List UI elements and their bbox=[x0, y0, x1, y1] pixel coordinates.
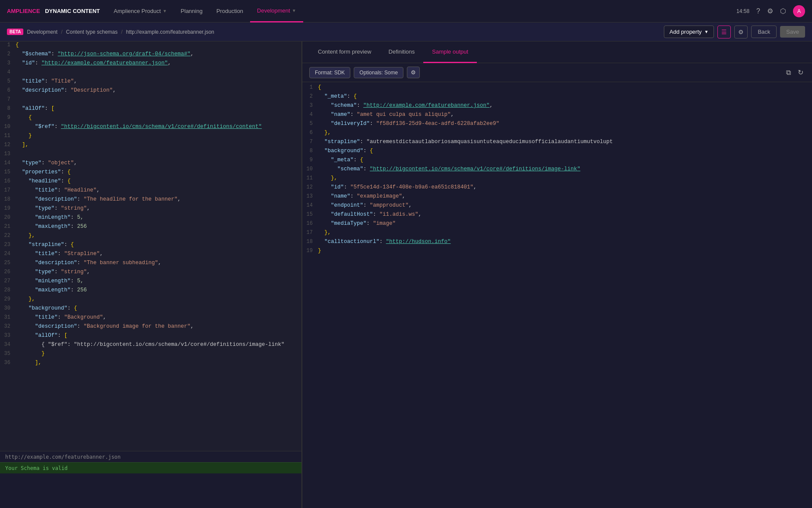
code-line: 33 "allOf": [ bbox=[0, 332, 301, 341]
json-output-line: 11 }, bbox=[302, 175, 812, 184]
json-output-line: 13 "name": "exampleimage", bbox=[302, 193, 812, 202]
json-output-line: 6 }, bbox=[302, 129, 812, 138]
json-output-line: 9 "_meta": { bbox=[302, 157, 812, 166]
code-line: 16 "headline": { bbox=[0, 178, 301, 187]
json-output-line: 17 }, bbox=[302, 229, 812, 238]
brand-logo: AMPLIENCE DYNAMIC CONTENT bbox=[0, 8, 107, 14]
code-line: 9 { bbox=[0, 114, 301, 123]
json-output-line: 18 "calltoactionurl": "http://hudson.inf… bbox=[302, 238, 812, 247]
code-line: 35 } bbox=[0, 350, 301, 359]
tab-sample-output[interactable]: Sample output bbox=[423, 42, 477, 63]
code-editor[interactable]: 1{2 "$schema": "http://json-schema.org/d… bbox=[0, 42, 301, 451]
url-status-bar: http://example.com/featurebanner.json bbox=[0, 451, 301, 462]
code-line: 12 ], bbox=[0, 141, 301, 150]
code-line: 23 "strapline": { bbox=[0, 241, 301, 250]
list-view-button[interactable]: ☰ bbox=[717, 26, 731, 38]
format-sdk-button[interactable]: Format: SDK bbox=[309, 67, 350, 78]
json-output-line: 8 "background": { bbox=[302, 147, 812, 157]
code-editor-panel: 1{2 "$schema": "http://json-schema.org/d… bbox=[0, 42, 302, 508]
code-line: 1{ bbox=[0, 42, 301, 51]
json-output[interactable]: 1{2 "_meta": {3 "schema": "http://exampl… bbox=[302, 82, 812, 508]
main-layout: 1{2 "$schema": "http://json-schema.org/d… bbox=[0, 42, 812, 508]
json-output-line: 14 "endpoint": "ampproduct", bbox=[302, 202, 812, 211]
nav-production[interactable]: Production bbox=[209, 0, 250, 22]
chevron-down-icon-dev: ▼ bbox=[292, 8, 296, 13]
schema-valid-bar: Your Schema is valid bbox=[0, 462, 301, 473]
nav-planning[interactable]: Planning bbox=[174, 0, 209, 22]
code-line: 27 "minLength": 5, bbox=[0, 278, 301, 287]
json-output-line: 5 "deliveryId": "f58df136-25d9-4eac-adfd… bbox=[302, 120, 812, 129]
nav-items: Amplience Product ▼ Planning Production … bbox=[107, 0, 730, 22]
external-link-icon[interactable]: ⬡ bbox=[780, 7, 786, 15]
breadcrumb-sep-2: / bbox=[121, 29, 123, 35]
nav-right-controls: 14:58 ? ⚙ ⬡ A bbox=[730, 5, 812, 17]
breadcrumb-schemas[interactable]: Content type schemas bbox=[66, 29, 117, 35]
tab-definitions[interactable]: Definitions bbox=[380, 42, 424, 63]
code-line: 28 "maxLength": 256 bbox=[0, 287, 301, 296]
json-output-line: 2 "_meta": { bbox=[302, 93, 812, 102]
code-line: 20 "minLength": 5, bbox=[0, 214, 301, 223]
code-line: 24 "title": "Strapline", bbox=[0, 250, 301, 259]
nav-amplience-product[interactable]: Amplience Product ▼ bbox=[107, 0, 174, 22]
code-line: 8 "allOf": [ bbox=[0, 105, 301, 114]
code-line: 29 }, bbox=[0, 296, 301, 305]
code-line: 10 "$ref": "http://bigcontent.io/cms/sch… bbox=[0, 123, 301, 132]
clock-display: 14:58 bbox=[736, 8, 749, 14]
code-line: 4 bbox=[0, 69, 301, 78]
tab-content-form-preview[interactable]: Content form preview bbox=[309, 42, 380, 63]
json-output-line: 12 "id": "5f5ce14d-134f-408e-b9a6-ea651c… bbox=[302, 184, 812, 193]
breadcrumb-sep-1: / bbox=[61, 29, 63, 35]
refresh-button[interactable]: ↻ bbox=[796, 67, 805, 78]
code-line: 5 "title": "Title", bbox=[0, 78, 301, 87]
code-line: 13 bbox=[0, 150, 301, 160]
code-line: 17 "title": "Headline", bbox=[0, 187, 301, 196]
nav-development[interactable]: Development ▼ bbox=[250, 0, 303, 22]
json-output-line: 3 "schema": "http://example.com/featureb… bbox=[302, 102, 812, 111]
code-line: 7 bbox=[0, 96, 301, 105]
code-line: 25 "description": "The banner subheading… bbox=[0, 259, 301, 268]
code-line: 34 { "$ref": "http://bigcontent.io/cms/s… bbox=[0, 341, 301, 350]
code-line: 18 "description": "The headline for the … bbox=[0, 196, 301, 205]
brand-dynamic-content: DYNAMIC CONTENT bbox=[45, 8, 100, 14]
json-output-line: 10 "schema": "http://bigcontent.io/cms/s… bbox=[302, 166, 812, 175]
filter-options-button[interactable]: ⚙ bbox=[407, 67, 420, 78]
back-button[interactable]: Back bbox=[751, 26, 777, 38]
code-line: 31 "title": "Background", bbox=[0, 314, 301, 323]
copy-button[interactable]: ⧉ bbox=[784, 67, 793, 78]
json-output-line: 16 "mediaType": "image" bbox=[302, 220, 812, 229]
code-line: 3 "id": "http://example.com/featurebanne… bbox=[0, 60, 301, 69]
code-line: 19 "type": "string", bbox=[0, 205, 301, 214]
code-line: 32 "description": "Background image for … bbox=[0, 323, 301, 332]
optionals-button[interactable]: Optionals: Some bbox=[354, 67, 403, 78]
json-output-line: 1{ bbox=[302, 84, 812, 93]
chevron-down-icon: ▼ bbox=[162, 9, 167, 13]
save-button[interactable]: Save bbox=[780, 26, 805, 38]
code-line: 6 "description": "Description", bbox=[0, 87, 301, 96]
code-line: 21 "maxLength": 256 bbox=[0, 223, 301, 232]
code-line: 22 }, bbox=[0, 232, 301, 241]
breadcrumb-development[interactable]: Development bbox=[27, 29, 57, 35]
breadcrumb-bar: BETA Development / Content type schemas … bbox=[0, 22, 812, 42]
code-line: 30 "background": { bbox=[0, 305, 301, 314]
settings-icon[interactable]: ⚙ bbox=[767, 7, 773, 15]
code-line: 15 "properties": { bbox=[0, 169, 301, 178]
panel-tabs: Content form preview Definitions Sample … bbox=[302, 42, 812, 63]
code-line: 36 ], bbox=[0, 359, 301, 368]
json-output-line: 15 "defaultHost": "i1.adis.ws", bbox=[302, 211, 812, 220]
user-avatar: A bbox=[793, 5, 805, 17]
json-output-line: 4 "name": "amet qui culpa quis aliquip", bbox=[302, 111, 812, 120]
code-line: 2 "$schema": "http://json-schema.org/dra… bbox=[0, 51, 301, 60]
breadcrumb-url: http://example.com/featurebanner.json bbox=[126, 29, 214, 35]
help-icon[interactable]: ? bbox=[756, 7, 760, 15]
add-property-button[interactable]: Add property ▼ bbox=[664, 26, 714, 38]
code-line: 11 } bbox=[0, 132, 301, 141]
top-navigation: AMPLIENCE DYNAMIC CONTENT Amplience Prod… bbox=[0, 0, 812, 22]
dropdown-arrow-icon: ▼ bbox=[704, 29, 709, 34]
filter-view-button[interactable]: ⚙ bbox=[734, 26, 748, 38]
panel-toolbar: Format: SDK Optionals: Some ⚙ ⧉ ↻ bbox=[302, 63, 812, 82]
json-output-line: 19} bbox=[302, 247, 812, 256]
code-line: 14 "type": "object", bbox=[0, 160, 301, 169]
json-output-line: 7 "strapline": "autremestdictaautlaborio… bbox=[302, 138, 812, 147]
right-panel: Content form preview Definitions Sample … bbox=[302, 42, 812, 508]
code-line: 26 "type": "string", bbox=[0, 268, 301, 278]
